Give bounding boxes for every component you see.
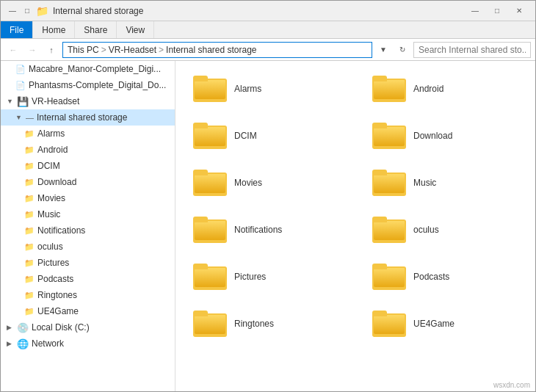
folder-icon: 📁: [24, 258, 35, 268]
refresh-button[interactable]: ↻: [394, 42, 410, 58]
path-vr-headset: VR-Headset: [109, 45, 156, 55]
folder-icon: 📁: [24, 226, 35, 236]
sidebar-item-label: Phantasms-Complete_Digital_Do...: [29, 80, 166, 90]
folder-item[interactable]: Android: [366, 67, 524, 111]
sidebar-item-download[interactable]: 📁 Download: [1, 174, 175, 190]
folder-item[interactable]: UE4Game: [366, 302, 524, 346]
sidebar-item-movies[interactable]: 📁 Movies: [1, 190, 175, 206]
sidebar-item-pictures[interactable]: 📁 Pictures: [1, 255, 175, 271]
folder-big-icon: [372, 214, 408, 246]
tab-share[interactable]: Share: [75, 21, 117, 38]
folder-item[interactable]: Podcasts: [366, 255, 524, 299]
back-button[interactable]: ←: [5, 42, 21, 58]
folder-name: Ringtones: [234, 319, 274, 329]
sidebar-item-ringtones[interactable]: 📁 Ringtones: [1, 287, 175, 303]
sidebar-item-oculus[interactable]: 📁 oculus: [1, 239, 175, 255]
folder-big-icon: [372, 261, 408, 293]
folder-item[interactable]: DCIM: [187, 114, 344, 158]
minimize-icon: —: [7, 5, 18, 17]
maximize-restore-icon: □: [21, 5, 33, 17]
tab-view[interactable]: View: [117, 21, 154, 38]
folder-name: Notifications: [234, 225, 282, 235]
sidebar-item-vr-headset[interactable]: ▼ 💾 VR-Headset: [1, 93, 175, 109]
folder-name: Download: [413, 131, 452, 141]
address-dropdown-button[interactable]: ▼: [375, 42, 391, 58]
title-bar-icons: — □ 📁: [7, 5, 48, 17]
window-title: Internal shared storage: [53, 6, 460, 16]
folder-icon: 📁: [24, 210, 35, 219]
expand-icon: ▶: [7, 324, 14, 331]
sidebar-item-macabre[interactable]: 📄 Macabre_Manor-Complete_Digi...: [1, 61, 175, 77]
folder-inner: [374, 80, 405, 99]
sidebar-item-label: Android: [37, 145, 68, 155]
path-sep-1: >: [101, 45, 106, 55]
folder-name: UE4Game: [413, 319, 454, 329]
title-bar: — □ 📁 Internal shared storage — □ ✕: [1, 1, 535, 21]
folder-big-icon: [372, 308, 408, 340]
folder-inner: [195, 315, 225, 334]
folder-item[interactable]: Movies: [187, 161, 344, 205]
folder-name: Music: [413, 178, 436, 188]
folder-inner: [374, 315, 405, 334]
folder-big-icon: [193, 73, 228, 105]
sidebar-item-podcasts[interactable]: 📁 Podcasts: [1, 271, 175, 287]
folder-name: Movies: [234, 178, 262, 188]
sidebar-item-label: Movies: [37, 193, 65, 203]
folder-inner: [374, 174, 405, 193]
folder-item[interactable]: Music: [366, 161, 524, 205]
folder-item[interactable]: Alarms: [187, 67, 344, 111]
maximize-button[interactable]: □: [487, 4, 507, 18]
folder-icon: 📁: [24, 178, 35, 187]
sidebar-item-label: Notifications: [37, 225, 85, 236]
folder-item[interactable]: Notifications: [187, 208, 344, 252]
up-button[interactable]: ↑: [43, 42, 59, 58]
close-button[interactable]: ✕: [509, 4, 529, 18]
path-sep-2: >: [159, 45, 164, 55]
folder-name: oculus: [413, 225, 439, 235]
folder-inner: [195, 174, 225, 193]
folder-inner: [374, 221, 405, 240]
sidebar-item-internal-storage[interactable]: ▼ — Internal shared storage: [1, 109, 175, 126]
sidebar-item-local-disk[interactable]: ▶ 💿 Local Disk (C:): [1, 319, 175, 335]
sidebar-item-android[interactable]: 📁 Android: [1, 142, 175, 158]
tab-file[interactable]: File: [1, 21, 33, 38]
sidebar-item-network[interactable]: ▶ 🌐 Network: [1, 335, 175, 352]
folder-icon: 📁: [24, 242, 35, 252]
folder-item[interactable]: Download: [366, 114, 524, 158]
content-area: Alarms Android DCIM Download: [175, 61, 535, 392]
path-internal-storage: Internal shared storage: [166, 45, 256, 55]
folder-inner: [195, 80, 225, 99]
folder-icon: 📁: [24, 145, 35, 155]
expand-icon: ▼: [15, 114, 23, 121]
folder-item[interactable]: Pictures: [187, 255, 344, 299]
minimize-button[interactable]: —: [465, 4, 485, 18]
sidebar-item-ue4game[interactable]: 📁 UE4Game: [1, 303, 175, 319]
sidebar-item-notifications[interactable]: 📁 Notifications: [1, 222, 175, 239]
network-icon: 🌐: [17, 338, 29, 349]
sidebar-item-dcim[interactable]: 📁 DCIM: [1, 158, 175, 174]
disk-icon: 💿: [17, 322, 29, 333]
sidebar-item-phantasms[interactable]: 📄 Phantasms-Complete_Digital_Do...: [1, 77, 175, 93]
folder-inner: [195, 127, 225, 146]
tab-home[interactable]: Home: [33, 21, 75, 38]
folder-icon: 📁: [24, 307, 35, 316]
address-path[interactable]: This PC > VR-Headset > Internal shared s…: [62, 42, 372, 58]
sidebar-item-label: Network: [32, 338, 64, 349]
folder-big-icon: [372, 73, 408, 105]
address-bar: ← → ↑ This PC > VR-Headset > Internal sh…: [1, 39, 535, 61]
folder-name: DCIM: [234, 131, 257, 141]
sidebar: 📄 Macabre_Manor-Complete_Digi... 📄 Phant…: [1, 61, 175, 392]
sidebar-item-label: oculus: [37, 242, 63, 252]
search-input[interactable]: [413, 42, 531, 58]
folder-name: Podcasts: [413, 272, 449, 282]
folder-item[interactable]: Ringtones: [187, 302, 344, 346]
sidebar-item-alarms[interactable]: 📁 Alarms: [1, 126, 175, 142]
folder-icon: 📁: [24, 194, 35, 203]
forward-button[interactable]: →: [24, 42, 40, 58]
sidebar-item-label: Download: [37, 177, 76, 187]
sidebar-item-label: VR-Headset: [32, 96, 79, 106]
folder-item[interactable]: oculus: [366, 208, 524, 252]
sidebar-item-music[interactable]: 📁 Music: [1, 206, 175, 222]
watermark: wsxdn.com: [493, 381, 530, 389]
folder-inner: [195, 268, 225, 287]
